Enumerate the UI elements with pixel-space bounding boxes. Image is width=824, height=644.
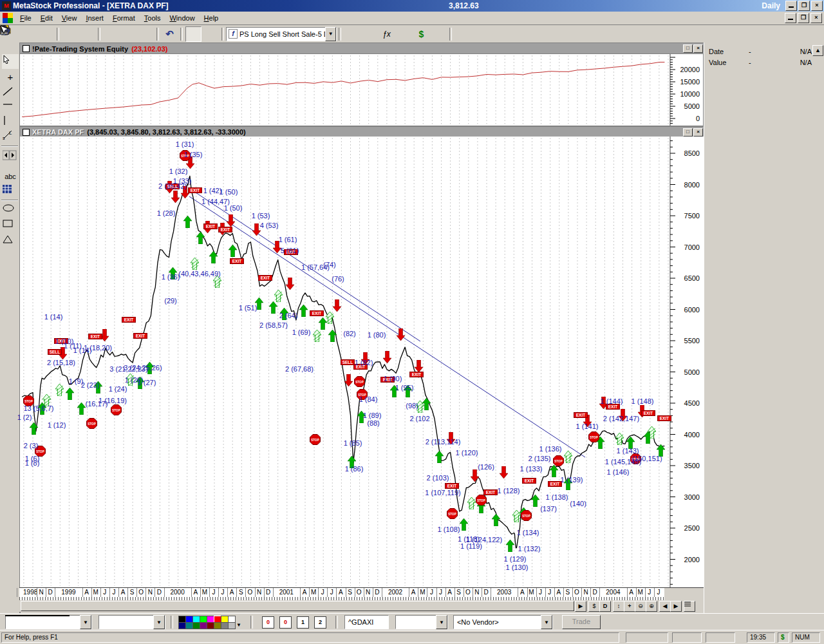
vendor-arrow-icon[interactable]: ▼	[541, 615, 552, 629]
layout-page-2-button[interactable]: 2	[314, 616, 326, 629]
scrollbar-thumb[interactable]	[21, 601, 574, 611]
svg-text:s: s	[3, 136, 5, 140]
explorer-binoculars-icon[interactable]	[431, 26, 447, 42]
menu-edit[interactable]: Edit	[36, 12, 57, 24]
ellipse-tool-icon[interactable]	[2, 204, 19, 218]
page-right-icon[interactable]: ▶	[670, 601, 682, 612]
scroll-right-icon[interactable]: ▶	[575, 601, 586, 612]
chart-system-icon[interactable]	[3, 13, 13, 23]
x-axis-label: M	[202, 589, 207, 596]
zoom-out-icon[interactable]: ⊖	[635, 601, 646, 612]
periodicity-icon[interactable]: D	[599, 601, 611, 612]
scroll-up-icon[interactable]: ▲	[812, 45, 823, 56]
refresh-data-icon[interactable]: $	[588, 601, 600, 612]
paste-button[interactable]	[138, 26, 154, 42]
layout-page-1-button[interactable]: 1	[297, 616, 309, 629]
formula-dropdown-arrow-icon[interactable]: ▼	[325, 27, 336, 41]
context-help-icon[interactable]: ?	[454, 26, 471, 42]
svg-text:8000: 8000	[684, 181, 700, 189]
formula-dropdown-value: PS Long Sell Short Sale-5 Da	[239, 30, 325, 38]
cut-icon[interactable]	[103, 26, 119, 42]
menu-file[interactable]: File	[15, 12, 36, 24]
x-axis-separator	[545, 588, 546, 597]
regression-tool-icon[interactable]: sL	[2, 129, 19, 144]
menu-view[interactable]: View	[57, 12, 82, 24]
status-dollar-icon: $	[778, 632, 789, 643]
x-axis-separator	[654, 588, 655, 597]
indicator-builder-icon[interactable]: ƒx	[379, 26, 395, 42]
grid-tool-icon[interactable]	[2, 184, 19, 199]
price-window-icon[interactable]	[23, 129, 30, 136]
x-axis-separator	[227, 588, 228, 597]
symbol-field[interactable]: ^GDAXI	[344, 615, 389, 629]
x-axis-separator	[82, 588, 83, 597]
open-button[interactable]	[21, 26, 37, 42]
mdi-minimize-button[interactable]	[785, 13, 796, 23]
minimize-button[interactable]	[785, 1, 797, 11]
svg-text:2000: 2000	[684, 556, 700, 564]
triangle-tool-icon[interactable]	[2, 234, 19, 249]
restore-button[interactable]: ❒	[798, 1, 810, 11]
menu-help[interactable]: Help	[200, 12, 223, 24]
palette-arrow-icon[interactable]: ▼	[236, 622, 241, 628]
interval-arrow-icon[interactable]: ▼	[436, 615, 447, 629]
menu-format[interactable]: Format	[108, 12, 140, 24]
zoom-tool-icon[interactable]	[203, 26, 219, 42]
line-weight-arrow-icon[interactable]: ▼	[153, 615, 165, 629]
x-axis-label: S	[456, 589, 461, 596]
mdi-restore-button[interactable]: ❒	[798, 13, 809, 23]
chart-list-icon[interactable]	[684, 601, 695, 612]
x-axis: 1998ND1999AMJJASOND2000AMJJASOND2001AMJJ…	[19, 587, 664, 601]
x-axis-label: A	[520, 589, 525, 596]
print-button[interactable]	[62, 26, 78, 42]
scroll-buttons[interactable]	[2, 149, 19, 164]
line-style-arrow-icon[interactable]: ▼	[80, 615, 91, 629]
menu-window[interactable]: Window	[165, 12, 199, 24]
copy-button[interactable]	[120, 26, 136, 42]
menu-tools[interactable]: Tools	[140, 12, 165, 24]
layout-page-0b-button[interactable]: 0	[279, 616, 292, 629]
price-chart-pane[interactable]: 2000250030003500400045005000550060006500…	[19, 137, 704, 587]
page-left-icon[interactable]: ◀	[659, 601, 671, 612]
rectangle-tool-icon[interactable]	[2, 219, 19, 234]
formula-dropdown[interactable]: f PS Long Sell Short Sale-5 Da ▼	[226, 27, 337, 41]
close-button[interactable]: ×	[811, 1, 823, 11]
layout-page-0a-button[interactable]: 0	[262, 616, 274, 629]
price-close-button[interactable]: ×	[693, 128, 703, 137]
expert-commentary-icon[interactable]	[361, 26, 377, 42]
mdi-close-button[interactable]: ×	[810, 13, 822, 23]
pointer-tool-icon[interactable]	[2, 54, 19, 69]
equity-maximize-button[interactable]: □	[683, 44, 693, 53]
x-axis-separator	[318, 588, 319, 597]
x-axis-label: A	[84, 589, 89, 596]
vendor-dropdown[interactable]: <No Vendor> ▼	[453, 615, 553, 629]
text-tool-icon[interactable]: abc	[2, 169, 19, 184]
svg-text:2500: 2500	[684, 524, 700, 532]
vertical-line-tool-icon[interactable]	[2, 115, 19, 129]
interval-dropdown[interactable]: ▼	[395, 615, 448, 629]
options-dollar-icon[interactable]: $	[413, 26, 429, 42]
line-weight-dropdown[interactable]: ▼	[98, 615, 165, 629]
crosshair-tool-icon[interactable]	[185, 26, 201, 42]
equity-close-button[interactable]: ×	[693, 44, 703, 53]
vertical-zoom-icon[interactable]: ↕	[613, 601, 624, 612]
system-tester-icon[interactable]	[396, 26, 412, 42]
equity-chart-pane[interactable]: 05000100001500020000	[19, 53, 704, 126]
equity-window-icon[interactable]	[23, 45, 30, 52]
undo-icon[interactable]: ↶	[162, 26, 178, 42]
expert-advisor-icon[interactable]	[344, 26, 360, 42]
color-swatch[interactable]	[228, 622, 236, 629]
save-button[interactable]	[38, 26, 54, 42]
print-preview-button[interactable]	[79, 26, 95, 42]
svg-text:6000: 6000	[684, 306, 700, 314]
color-palette	[178, 616, 235, 629]
crosshair-pointer-icon[interactable]: +	[2, 70, 19, 84]
trade-button[interactable]: Trade	[562, 615, 601, 629]
x-axis-label: J	[657, 589, 660, 596]
price-maximize-button[interactable]: □	[683, 128, 693, 137]
zoom-in-icon[interactable]: ⊕	[646, 601, 657, 612]
move-chart-icon[interactable]: +	[624, 601, 635, 612]
menu-insert[interactable]: Insert	[81, 12, 108, 24]
x-axis-label: A	[230, 589, 234, 596]
trendline-tool-icon[interactable]	[2, 86, 19, 101]
